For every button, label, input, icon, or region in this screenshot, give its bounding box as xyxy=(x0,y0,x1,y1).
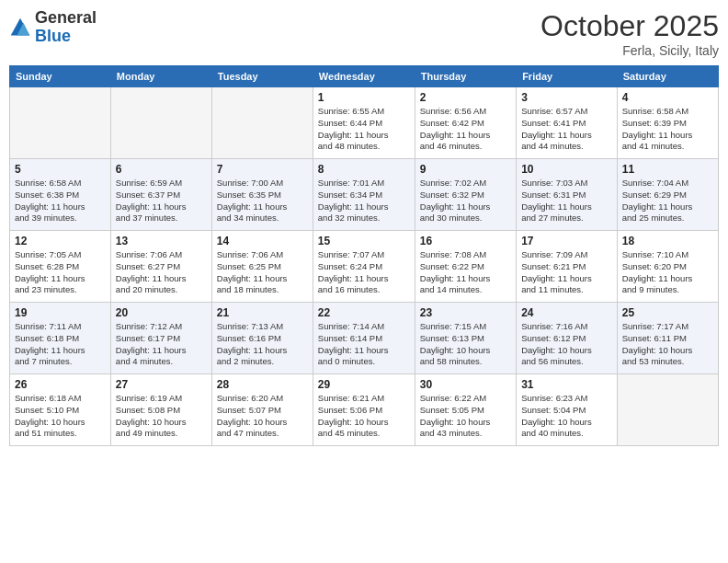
table-row: 25Sunrise: 7:17 AMSunset: 6:11 PMDayligh… xyxy=(617,303,718,374)
day-number: 27 xyxy=(116,378,207,391)
day-info: Sunrise: 6:21 AMSunset: 5:06 PMDaylight:… xyxy=(318,393,410,440)
day-number: 1 xyxy=(318,91,410,104)
table-row: 12Sunrise: 7:05 AMSunset: 6:28 PMDayligh… xyxy=(10,231,111,303)
calendar-week-row: 12Sunrise: 7:05 AMSunset: 6:28 PMDayligh… xyxy=(10,231,719,303)
day-info: Sunrise: 7:04 AMSunset: 6:29 PMDaylight:… xyxy=(622,178,713,224)
table-row: 21Sunrise: 7:13 AMSunset: 6:16 PMDayligh… xyxy=(211,303,313,374)
day-number: 29 xyxy=(318,378,410,391)
day-number: 5 xyxy=(15,163,106,176)
table-row: 19Sunrise: 7:11 AMSunset: 6:18 PMDayligh… xyxy=(10,303,111,374)
day-number: 7 xyxy=(217,163,308,176)
table-row: 20Sunrise: 7:12 AMSunset: 6:17 PMDayligh… xyxy=(110,303,211,374)
table-row: 23Sunrise: 7:15 AMSunset: 6:13 PMDayligh… xyxy=(415,303,516,374)
table-row xyxy=(110,87,211,159)
day-number: 23 xyxy=(420,306,511,319)
day-info: Sunrise: 6:22 AMSunset: 5:05 PMDaylight:… xyxy=(420,393,511,440)
day-info: Sunrise: 7:15 AMSunset: 6:13 PMDaylight:… xyxy=(420,321,511,368)
page-header: General Blue October 2025 Ferla, Sicily,… xyxy=(9,9,719,58)
table-row: 1Sunrise: 6:55 AMSunset: 6:44 PMDaylight… xyxy=(313,87,415,159)
day-info: Sunrise: 7:02 AMSunset: 6:32 PMDaylight:… xyxy=(420,178,511,224)
day-info: Sunrise: 7:00 AMSunset: 6:35 PMDaylight:… xyxy=(217,178,308,224)
table-row: 2Sunrise: 6:56 AMSunset: 6:42 PMDaylight… xyxy=(415,87,516,159)
day-number: 16 xyxy=(420,235,511,247)
day-info: Sunrise: 6:58 AMSunset: 6:38 PMDaylight:… xyxy=(15,178,106,224)
table-row: 22Sunrise: 7:14 AMSunset: 6:14 PMDayligh… xyxy=(313,303,415,374)
calendar-week-row: 1Sunrise: 6:55 AMSunset: 6:44 PMDaylight… xyxy=(10,87,719,159)
day-number: 15 xyxy=(318,235,410,247)
table-row: 13Sunrise: 7:06 AMSunset: 6:27 PMDayligh… xyxy=(110,231,211,303)
day-number: 13 xyxy=(116,235,207,247)
table-row: 28Sunrise: 6:20 AMSunset: 5:07 PMDayligh… xyxy=(211,374,313,446)
day-info: Sunrise: 7:10 AMSunset: 6:20 PMDaylight:… xyxy=(622,249,713,296)
day-info: Sunrise: 6:19 AMSunset: 5:08 PMDaylight:… xyxy=(116,393,207,440)
table-row: 29Sunrise: 6:21 AMSunset: 5:06 PMDayligh… xyxy=(313,374,415,446)
col-saturday: Saturday xyxy=(617,66,718,87)
table-row: 30Sunrise: 6:22 AMSunset: 5:05 PMDayligh… xyxy=(415,374,516,446)
day-number: 25 xyxy=(622,306,713,319)
day-info: Sunrise: 7:06 AMSunset: 6:25 PMDaylight:… xyxy=(217,249,308,296)
table-row: 17Sunrise: 7:09 AMSunset: 6:21 PMDayligh… xyxy=(517,231,618,303)
day-number: 2 xyxy=(420,91,511,104)
day-info: Sunrise: 6:59 AMSunset: 6:37 PMDaylight:… xyxy=(116,178,207,224)
table-row: 7Sunrise: 7:00 AMSunset: 6:35 PMDaylight… xyxy=(211,159,313,231)
day-info: Sunrise: 7:09 AMSunset: 6:21 PMDaylight:… xyxy=(521,249,612,296)
day-info: Sunrise: 7:07 AMSunset: 6:24 PMDaylight:… xyxy=(318,249,410,296)
day-info: Sunrise: 7:16 AMSunset: 6:12 PMDaylight:… xyxy=(521,321,612,368)
day-info: Sunrise: 7:12 AMSunset: 6:17 PMDaylight:… xyxy=(116,321,207,368)
table-row: 10Sunrise: 7:03 AMSunset: 6:31 PMDayligh… xyxy=(517,159,618,231)
day-info: Sunrise: 7:03 AMSunset: 6:31 PMDaylight:… xyxy=(521,178,612,224)
table-row xyxy=(211,87,313,159)
day-info: Sunrise: 6:23 AMSunset: 5:04 PMDaylight:… xyxy=(521,393,612,440)
day-number: 6 xyxy=(116,163,207,176)
day-number: 19 xyxy=(15,306,106,319)
table-row: 4Sunrise: 6:58 AMSunset: 6:39 PMDaylight… xyxy=(617,87,718,159)
day-info: Sunrise: 6:57 AMSunset: 6:41 PMDaylight:… xyxy=(521,106,612,153)
day-number: 10 xyxy=(521,163,612,176)
day-number: 22 xyxy=(318,306,410,319)
day-info: Sunrise: 7:14 AMSunset: 6:14 PMDaylight:… xyxy=(318,321,410,368)
table-row xyxy=(10,87,111,159)
day-number: 20 xyxy=(116,306,207,319)
logo: General Blue xyxy=(9,9,97,46)
day-info: Sunrise: 6:56 AMSunset: 6:42 PMDaylight:… xyxy=(420,106,511,153)
table-row: 18Sunrise: 7:10 AMSunset: 6:20 PMDayligh… xyxy=(617,231,718,303)
day-number: 21 xyxy=(217,306,308,319)
day-number: 11 xyxy=(622,163,713,176)
col-thursday: Thursday xyxy=(415,66,516,87)
day-number: 17 xyxy=(521,235,612,247)
day-info: Sunrise: 7:13 AMSunset: 6:16 PMDaylight:… xyxy=(217,321,308,368)
day-info: Sunrise: 6:58 AMSunset: 6:39 PMDaylight:… xyxy=(622,106,713,153)
table-row: 24Sunrise: 7:16 AMSunset: 6:12 PMDayligh… xyxy=(517,303,618,374)
logo-icon xyxy=(9,17,31,39)
day-number: 30 xyxy=(420,378,511,391)
day-info: Sunrise: 6:55 AMSunset: 6:44 PMDaylight:… xyxy=(318,106,410,153)
day-number: 9 xyxy=(420,163,511,176)
day-info: Sunrise: 7:11 AMSunset: 6:18 PMDaylight:… xyxy=(15,321,106,368)
table-row: 15Sunrise: 7:07 AMSunset: 6:24 PMDayligh… xyxy=(313,231,415,303)
day-info: Sunrise: 6:20 AMSunset: 5:07 PMDaylight:… xyxy=(217,393,308,440)
col-wednesday: Wednesday xyxy=(313,66,415,87)
table-row: 16Sunrise: 7:08 AMSunset: 6:22 PMDayligh… xyxy=(415,231,516,303)
table-row: 14Sunrise: 7:06 AMSunset: 6:25 PMDayligh… xyxy=(211,231,313,303)
day-info: Sunrise: 7:08 AMSunset: 6:22 PMDaylight:… xyxy=(420,249,511,296)
day-info: Sunrise: 7:05 AMSunset: 6:28 PMDaylight:… xyxy=(15,249,106,296)
calendar-week-row: 19Sunrise: 7:11 AMSunset: 6:18 PMDayligh… xyxy=(10,303,719,374)
day-info: Sunrise: 7:01 AMSunset: 6:34 PMDaylight:… xyxy=(318,178,410,224)
day-number: 3 xyxy=(521,91,612,104)
day-number: 31 xyxy=(521,378,612,391)
month-title: October 2025 xyxy=(540,9,719,43)
table-row: 27Sunrise: 6:19 AMSunset: 5:08 PMDayligh… xyxy=(110,374,211,446)
location-subtitle: Ferla, Sicily, Italy xyxy=(540,43,719,58)
col-sunday: Sunday xyxy=(10,66,111,87)
calendar-week-row: 5Sunrise: 6:58 AMSunset: 6:38 PMDaylight… xyxy=(10,159,719,231)
col-friday: Friday xyxy=(517,66,618,87)
logo-text: General Blue xyxy=(35,9,97,46)
title-block: October 2025 Ferla, Sicily, Italy xyxy=(540,9,719,58)
table-row: 5Sunrise: 6:58 AMSunset: 6:38 PMDaylight… xyxy=(10,159,111,231)
table-row: 3Sunrise: 6:57 AMSunset: 6:41 PMDaylight… xyxy=(517,87,618,159)
calendar-header-row: Sunday Monday Tuesday Wednesday Thursday… xyxy=(10,66,719,87)
day-number: 28 xyxy=(217,378,308,391)
day-number: 8 xyxy=(318,163,410,176)
table-row: 26Sunrise: 6:18 AMSunset: 5:10 PMDayligh… xyxy=(10,374,111,446)
col-tuesday: Tuesday xyxy=(211,66,313,87)
